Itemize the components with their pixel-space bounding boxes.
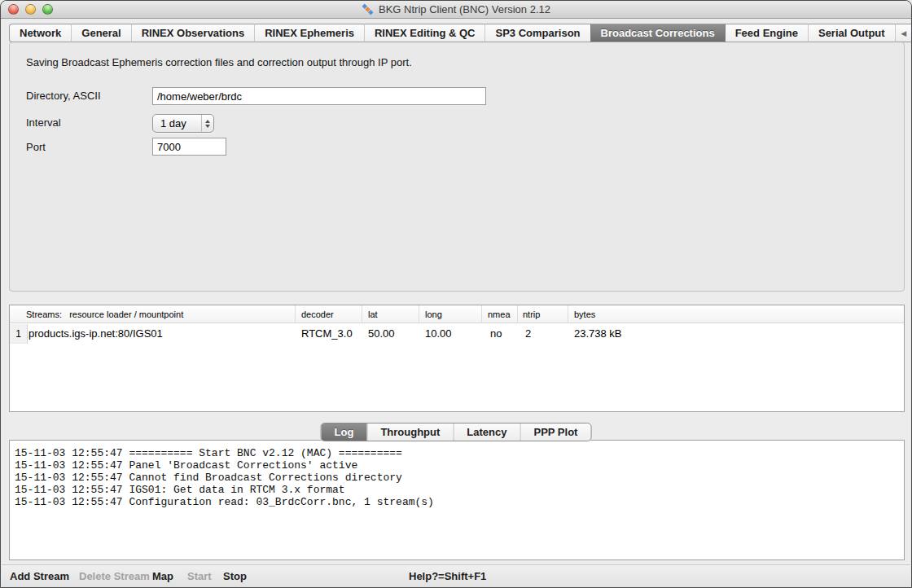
- column-header-bytes[interactable]: bytes: [574, 305, 595, 323]
- column-header-decoder[interactable]: decoder: [301, 305, 334, 323]
- port-input[interactable]: [152, 138, 226, 156]
- column-header-nmea[interactable]: nmea: [488, 305, 511, 323]
- streams-table-header: Streams: resource loader / mountpoint de…: [10, 305, 904, 323]
- bottom-button-bar: Add Stream Delete Stream Map Start Stop …: [2, 564, 910, 587]
- interval-select[interactable]: 1 day: [152, 114, 214, 133]
- directory-ascii-input[interactable]: [152, 87, 486, 105]
- interval-selected-value: 1 day: [153, 117, 201, 129]
- bnc-app-icon: [362, 3, 374, 15]
- header-separator: [568, 305, 568, 323]
- log-line: 15-11-03 12:55:47 Configuration read: 03…: [15, 496, 899, 508]
- cell-mountpoint[interactable]: products.igs-ip.net:80/IGS01: [28, 324, 163, 344]
- tab-throughput[interactable]: Throughput: [366, 423, 453, 441]
- tab-log[interactable]: Log: [322, 423, 367, 441]
- header-separator: [295, 305, 296, 323]
- main-tab-bar: Network General RINEX Observations RINEX…: [9, 24, 905, 42]
- tab-broadcast-corrections[interactable]: Broadcast Corrections: [590, 24, 725, 42]
- broadcast-corrections-pane: Saving Broadcast Ephemeris correction fi…: [9, 42, 905, 292]
- log-tab-bar: Log Throughput Latency PPP Plot: [321, 423, 592, 441]
- titlebar: BKG Ntrip Client (BNC) Version 2.12: [1, 1, 911, 19]
- column-header-ntrip[interactable]: ntrip: [523, 305, 540, 323]
- tab-sp3-comparison[interactable]: SP3 Comparison: [484, 24, 590, 42]
- pane-description: Saving Broadcast Ephemeris correction fi…: [26, 56, 412, 68]
- tab-latency[interactable]: Latency: [453, 423, 520, 441]
- streams-table: Streams: resource loader / mountpoint de…: [9, 305, 905, 412]
- tab-rinex-editing-qc[interactable]: RINEX Editing & QC: [364, 24, 485, 42]
- tab-serial-output[interactable]: Serial Output: [808, 24, 895, 42]
- cell-decoder[interactable]: RTCM_3.0: [301, 324, 353, 344]
- chevron-left-icon: ◀: [901, 29, 906, 37]
- delete-stream-button[interactable]: Delete Stream: [79, 565, 150, 588]
- tab-ppp-plot[interactable]: PPP Plot: [520, 423, 590, 441]
- bnc-window: BKG Ntrip Client (BNC) Version 2.12 Netw…: [0, 0, 912, 588]
- column-header-mountpoint[interactable]: Streams: resource loader / mountpoint: [26, 305, 183, 323]
- start-button[interactable]: Start: [187, 565, 212, 588]
- combo-stepper-icon: [201, 115, 213, 132]
- map-button[interactable]: Map: [152, 565, 173, 588]
- window-title: BKG Ntrip Client (BNC) Version 2.12: [379, 3, 550, 15]
- interval-label: Interval: [26, 114, 61, 132]
- titlebar-center: BKG Ntrip Client (BNC) Version 2.12: [1, 1, 911, 18]
- header-separator: [517, 305, 518, 323]
- help-shortcut-text: Help?=Shift+F1: [409, 565, 486, 588]
- column-header-lat[interactable]: lat: [368, 305, 378, 323]
- port-label: Port: [26, 138, 46, 156]
- tab-feed-engine[interactable]: Feed Engine: [725, 24, 808, 42]
- log-line: 15-11-03 12:55:47 IGS01: Get data in RTC…: [15, 484, 899, 496]
- log-output[interactable]: 15-11-03 12:55:47 ========== Start BNC v…: [9, 440, 905, 560]
- cell-bytes[interactable]: 23.738 kB: [574, 324, 622, 344]
- cell-nmea[interactable]: no: [490, 324, 502, 344]
- stop-button[interactable]: Stop: [223, 565, 247, 588]
- tab-network[interactable]: Network: [9, 24, 71, 42]
- log-line: 15-11-03 12:55:47 Cannot find Broadcast …: [15, 472, 899, 484]
- tab-rinex-ephemeris[interactable]: RINEX Ephemeris: [254, 24, 364, 42]
- add-stream-button[interactable]: Add Stream: [10, 565, 69, 588]
- header-separator: [362, 305, 362, 323]
- directory-ascii-label: Directory, ASCII: [26, 87, 101, 105]
- tab-scroll-left-button[interactable]: ◀: [895, 24, 912, 42]
- tab-general[interactable]: General: [71, 24, 130, 42]
- cell-ntrip[interactable]: 2: [525, 324, 531, 344]
- log-line: 15-11-03 12:55:47 Panel 'Broadcast Corre…: [15, 459, 899, 472]
- log-line: 15-11-03 12:55:47 ========== Start BNC v…: [15, 447, 899, 459]
- cell-lat[interactable]: 50.00: [368, 324, 395, 344]
- cell-long[interactable]: 10.00: [425, 324, 452, 344]
- row-number: 1: [10, 324, 28, 344]
- header-separator: [419, 305, 419, 323]
- tab-rinex-observations[interactable]: RINEX Observations: [131, 24, 254, 42]
- header-separator: [481, 305, 482, 323]
- column-header-long[interactable]: long: [425, 305, 442, 323]
